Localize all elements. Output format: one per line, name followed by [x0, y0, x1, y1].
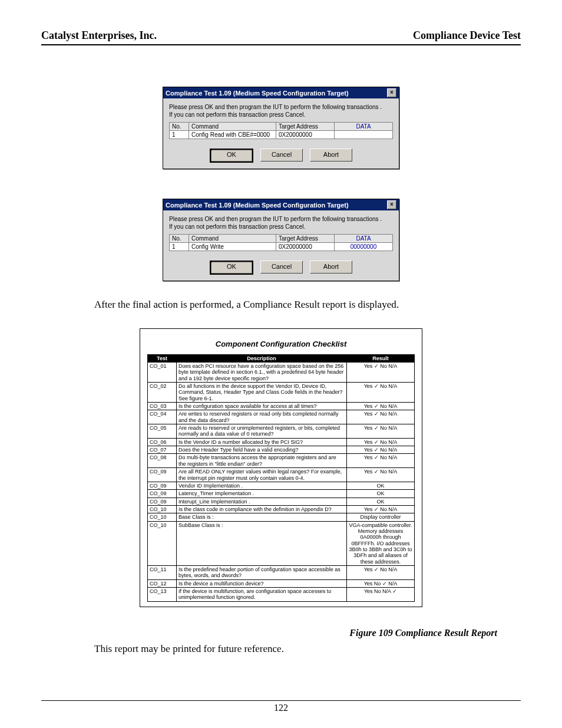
- cancel-button[interactable]: Cancel: [260, 149, 303, 162]
- body-paragraph: After the final action is performed, a C…: [94, 299, 468, 311]
- table-row: 1 Config Read with CBE#=0000 0X20000000: [170, 131, 393, 139]
- body-paragraph: This report may be printed for future re…: [94, 643, 468, 655]
- table-row: CO_09Interupt_Line Implementation .OK: [148, 498, 415, 505]
- abort-button[interactable]: Abort: [310, 261, 352, 274]
- table-row: CO_06Is the Vendor ID a number allocated…: [148, 438, 415, 446]
- col-command: Command: [189, 235, 276, 243]
- header-left: Catalyst Enterprises, Inc.: [41, 29, 157, 42]
- dialog-titlebar: Compliance Test 1.09 (Medium Speed Confi…: [163, 87, 399, 98]
- transaction-table: No. Command Target Address DATA 1 Config…: [169, 122, 393, 139]
- checklist-title: Component Configuration Checklist: [147, 340, 415, 348]
- page-header: Catalyst Enterprises, Inc. Compliance De…: [41, 29, 521, 45]
- close-icon[interactable]: ×: [387, 200, 396, 209]
- col-data: DATA: [335, 235, 393, 243]
- table-row: CO_11Is the predefined header portion of…: [148, 565, 415, 579]
- transaction-table: No. Command Target Address DATA 1 Config…: [169, 234, 393, 251]
- table-row: CO_08Do multi-byte transactions access t…: [148, 454, 415, 468]
- table-row: CO_02Do all functions in the device supp…: [148, 383, 415, 403]
- table-row: CO_07Does the Header Type field have a v…: [148, 446, 415, 454]
- dialog-title: Compliance Test 1.09 (Medium Speed Confi…: [166, 90, 349, 97]
- table-row: CO_05Are reads to reserved or unimplemen…: [148, 424, 415, 439]
- dialog-titlebar: Compliance Test 1.09 (Medium Speed Confi…: [163, 199, 399, 210]
- checklist-table: Test Description Result CO_01Does each P…: [147, 354, 415, 602]
- table-row: CO_10Base Class is :Display controller: [148, 513, 415, 521]
- col-address: Target Address: [276, 235, 335, 243]
- col-address: Target Address: [276, 123, 335, 131]
- table-row: CO_10Is the class code in compliance wit…: [148, 505, 415, 513]
- table-row: CO_12Is the device a multifunction devic…: [148, 579, 415, 587]
- ok-button[interactable]: OK: [210, 149, 253, 163]
- figure-caption: Figure 109 Compliance Result Report: [41, 628, 497, 638]
- table-row: CO_01Does each PCI resource have a confi…: [148, 363, 415, 383]
- table-row: CO_04Are writes to reserved registers or…: [148, 410, 415, 424]
- table-row: CO_09Latency_Timer Implementation .OK: [148, 490, 415, 498]
- col-command: Command: [189, 123, 276, 131]
- compliance-result-report: Component Configuration Checklist Test D…: [140, 328, 422, 607]
- col-description: Description: [177, 355, 347, 363]
- compliance-dialog-1: Compliance Test 1.09 (Medium Speed Confi…: [163, 87, 399, 169]
- header-right: Compliance Device Test: [413, 29, 521, 42]
- col-test: Test: [148, 355, 177, 363]
- ok-button[interactable]: OK: [210, 261, 253, 275]
- dialog-title: Compliance Test 1.09 (Medium Speed Confi…: [166, 202, 349, 209]
- abort-button[interactable]: Abort: [310, 149, 352, 162]
- table-row: CO_13If the device is multifunction, are…: [148, 588, 415, 602]
- table-row: CO_09Vendor ID Implementation .OK: [148, 482, 415, 489]
- table-row: 1 Config Write 0X20000000 00000000: [170, 243, 393, 251]
- dialog-instruction: Please press OK and then program the IUT…: [169, 215, 393, 230]
- dialog-instruction: Please press OK and then program the IUT…: [169, 103, 393, 118]
- table-row: CO_03Is the configuration space availabl…: [148, 403, 415, 410]
- col-result: Result: [347, 355, 415, 363]
- col-no: No.: [170, 123, 189, 131]
- col-data: DATA: [335, 123, 393, 131]
- close-icon[interactable]: ×: [387, 88, 396, 97]
- compliance-dialog-2: Compliance Test 1.09 (Medium Speed Confi…: [163, 199, 399, 281]
- col-no: No.: [170, 235, 189, 243]
- table-row: CO_09Are all READ ONLY register values w…: [148, 468, 415, 482]
- page-number: 122: [41, 700, 521, 713]
- table-row: CO_10SubBase Class is :VGA-compatible co…: [148, 521, 415, 565]
- cancel-button[interactable]: Cancel: [260, 261, 303, 274]
